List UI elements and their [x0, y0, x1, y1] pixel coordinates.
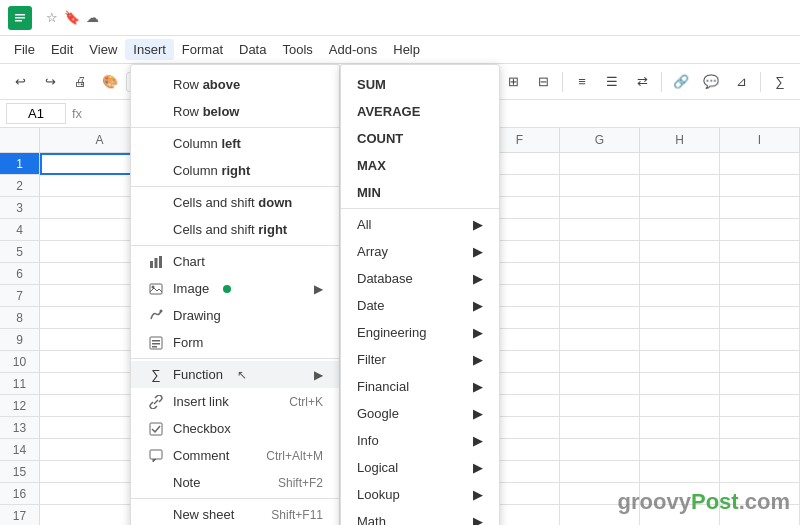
- func-cat-date[interactable]: Date▶: [341, 292, 499, 319]
- insert-chart[interactable]: Chart: [131, 248, 339, 275]
- comment-button[interactable]: 💬: [697, 68, 725, 96]
- align-center[interactable]: ☰: [598, 68, 626, 96]
- cell-I7[interactable]: [720, 285, 800, 307]
- menu-help[interactable]: Help: [385, 39, 428, 60]
- insert-image[interactable]: Image ▶: [131, 275, 339, 302]
- cell-I11[interactable]: [720, 373, 800, 395]
- cell-H1[interactable]: [640, 153, 720, 175]
- cell-I3[interactable]: [720, 197, 800, 219]
- insert-form[interactable]: Form: [131, 329, 339, 356]
- cell-I13[interactable]: [720, 417, 800, 439]
- menu-view[interactable]: View: [81, 39, 125, 60]
- star-icon[interactable]: ☆: [46, 10, 58, 25]
- func-cat-google[interactable]: Google▶: [341, 400, 499, 427]
- borders-button[interactable]: ⊞: [499, 68, 527, 96]
- cell-I1[interactable]: [720, 153, 800, 175]
- insert-cells-shift-right[interactable]: Cells and shift right: [131, 216, 339, 243]
- cell-G13[interactable]: [560, 417, 640, 439]
- cell-H14[interactable]: [640, 439, 720, 461]
- insert-drawing[interactable]: Drawing: [131, 302, 339, 329]
- func-cat-database[interactable]: Database▶: [341, 265, 499, 292]
- func-cat-math[interactable]: Math▶: [341, 508, 499, 525]
- merge-button[interactable]: ⊟: [529, 68, 557, 96]
- func-cat-engineering[interactable]: Engineering▶: [341, 319, 499, 346]
- insert-comment[interactable]: Comment Ctrl+Alt+M: [131, 442, 339, 469]
- func-cat-array[interactable]: Array▶: [341, 238, 499, 265]
- cell-H9[interactable]: [640, 329, 720, 351]
- cell-G6[interactable]: [560, 263, 640, 285]
- undo-button[interactable]: ↩: [6, 68, 34, 96]
- link-button[interactable]: 🔗: [667, 68, 695, 96]
- cell-H12[interactable]: [640, 395, 720, 417]
- menu-tools[interactable]: Tools: [274, 39, 320, 60]
- func-average[interactable]: AVERAGE: [341, 98, 499, 125]
- function-button[interactable]: ∑: [766, 68, 794, 96]
- cloud-icon[interactable]: ☁: [86, 10, 99, 25]
- cell-G4[interactable]: [560, 219, 640, 241]
- menu-format[interactable]: Format: [174, 39, 231, 60]
- func-cat-info[interactable]: Info▶: [341, 427, 499, 454]
- cell-H2[interactable]: [640, 175, 720, 197]
- cell-I8[interactable]: [720, 307, 800, 329]
- cell-I15[interactable]: [720, 461, 800, 483]
- insert-row-above[interactable]: Row above: [131, 71, 339, 98]
- cell-H15[interactable]: [640, 461, 720, 483]
- menu-file[interactable]: File: [6, 39, 43, 60]
- align-left[interactable]: ≡: [568, 68, 596, 96]
- redo-button[interactable]: ↪: [36, 68, 64, 96]
- insert-column-right[interactable]: Column right: [131, 157, 339, 184]
- bookmark-icon[interactable]: 🔖: [64, 10, 80, 25]
- cell-I9[interactable]: [720, 329, 800, 351]
- cell-H6[interactable]: [640, 263, 720, 285]
- func-cat-filter[interactable]: Filter▶: [341, 346, 499, 373]
- filter-button[interactable]: ⊿: [727, 68, 755, 96]
- menu-addons[interactable]: Add-ons: [321, 39, 385, 60]
- cell-H10[interactable]: [640, 351, 720, 373]
- cell-G1[interactable]: [560, 153, 640, 175]
- func-max[interactable]: MAX: [341, 152, 499, 179]
- wrap-button[interactable]: ⇄: [628, 68, 656, 96]
- insert-new-sheet[interactable]: New sheet Shift+F11: [131, 501, 339, 525]
- func-cat-lookup[interactable]: Lookup▶: [341, 481, 499, 508]
- menu-insert[interactable]: Insert: [125, 39, 174, 60]
- func-cat-logical[interactable]: Logical▶: [341, 454, 499, 481]
- cell-I6[interactable]: [720, 263, 800, 285]
- insert-function[interactable]: ∑ Function ↖ ▶: [131, 361, 339, 388]
- insert-checkbox[interactable]: Checkbox: [131, 415, 339, 442]
- cell-H13[interactable]: [640, 417, 720, 439]
- cell-reference-input[interactable]: [6, 103, 66, 124]
- cell-G10[interactable]: [560, 351, 640, 373]
- cell-G12[interactable]: [560, 395, 640, 417]
- cell-G7[interactable]: [560, 285, 640, 307]
- cell-I2[interactable]: [720, 175, 800, 197]
- print-button[interactable]: 🖨: [66, 68, 94, 96]
- cell-I14[interactable]: [720, 439, 800, 461]
- cell-G2[interactable]: [560, 175, 640, 197]
- cell-G8[interactable]: [560, 307, 640, 329]
- paint-format-button[interactable]: 🎨: [96, 68, 124, 96]
- menu-edit[interactable]: Edit: [43, 39, 81, 60]
- func-min[interactable]: MIN: [341, 179, 499, 206]
- cell-H5[interactable]: [640, 241, 720, 263]
- cell-I5[interactable]: [720, 241, 800, 263]
- menu-data[interactable]: Data: [231, 39, 274, 60]
- insert-link[interactable]: Insert link Ctrl+K: [131, 388, 339, 415]
- func-cat-financial[interactable]: Financial▶: [341, 373, 499, 400]
- func-cat-all[interactable]: All▶: [341, 211, 499, 238]
- cell-I4[interactable]: [720, 219, 800, 241]
- cell-H8[interactable]: [640, 307, 720, 329]
- insert-column-left[interactable]: Column left: [131, 130, 339, 157]
- cell-G9[interactable]: [560, 329, 640, 351]
- cell-G14[interactable]: [560, 439, 640, 461]
- insert-row-below[interactable]: Row below: [131, 98, 339, 125]
- cell-G11[interactable]: [560, 373, 640, 395]
- cell-H7[interactable]: [640, 285, 720, 307]
- cell-G15[interactable]: [560, 461, 640, 483]
- cell-G5[interactable]: [560, 241, 640, 263]
- cell-H4[interactable]: [640, 219, 720, 241]
- insert-note[interactable]: Note Shift+F2: [131, 469, 339, 496]
- func-sum[interactable]: SUM: [341, 71, 499, 98]
- insert-cells-shift-down[interactable]: Cells and shift down: [131, 189, 339, 216]
- cell-H3[interactable]: [640, 197, 720, 219]
- cell-I10[interactable]: [720, 351, 800, 373]
